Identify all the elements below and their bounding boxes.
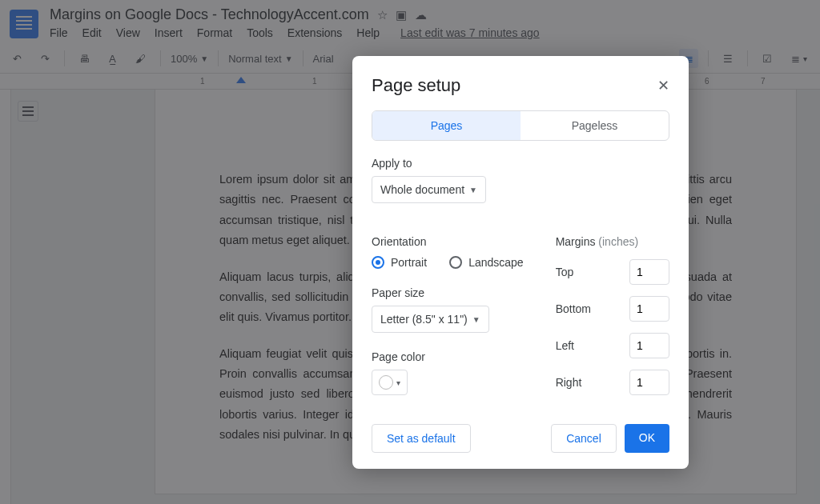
margin-bottom-label: Bottom bbox=[556, 302, 591, 315]
close-icon[interactable]: ✕ bbox=[657, 77, 669, 94]
margin-right-input[interactable] bbox=[629, 370, 669, 395]
margin-top-input[interactable] bbox=[629, 259, 669, 285]
cancel-button[interactable]: Cancel bbox=[551, 424, 617, 453]
page-color-label: Page color bbox=[372, 350, 524, 363]
dialog-tabs: Pages Pageless bbox=[372, 110, 669, 141]
apply-to-label: Apply to bbox=[372, 157, 669, 170]
orientation-landscape-radio[interactable]: Landscape bbox=[449, 256, 524, 269]
ok-button[interactable]: OK bbox=[625, 424, 669, 453]
tab-pageless[interactable]: Pageless bbox=[521, 111, 669, 140]
paper-size-select[interactable]: Letter (8.5" x 11")▼ bbox=[372, 306, 489, 333]
margin-bottom-input[interactable] bbox=[629, 296, 669, 322]
orientation-portrait-radio[interactable]: Portrait bbox=[372, 256, 427, 269]
tab-pages[interactable]: Pages bbox=[372, 111, 521, 140]
radio-unchecked-icon bbox=[449, 256, 462, 269]
page-color-select[interactable]: ▾ bbox=[372, 370, 408, 395]
margin-top-label: Top bbox=[556, 266, 574, 278]
page-setup-dialog: Page setup ✕ Pages Pageless Apply to Who… bbox=[352, 56, 689, 469]
set-as-default-button[interactable]: Set as default bbox=[372, 424, 471, 453]
margin-left-label: Left bbox=[556, 339, 574, 352]
paper-size-label: Paper size bbox=[372, 286, 524, 299]
margin-left-input[interactable] bbox=[629, 333, 669, 358]
dialog-title: Page setup bbox=[372, 75, 460, 96]
margins-label: Margins (inches) bbox=[556, 235, 669, 248]
apply-to-select[interactable]: Whole document▼ bbox=[372, 176, 486, 203]
radio-checked-icon bbox=[372, 256, 384, 269]
color-swatch-icon bbox=[379, 375, 393, 390]
orientation-label: Orientation bbox=[372, 235, 524, 248]
margin-right-label: Right bbox=[556, 376, 582, 389]
